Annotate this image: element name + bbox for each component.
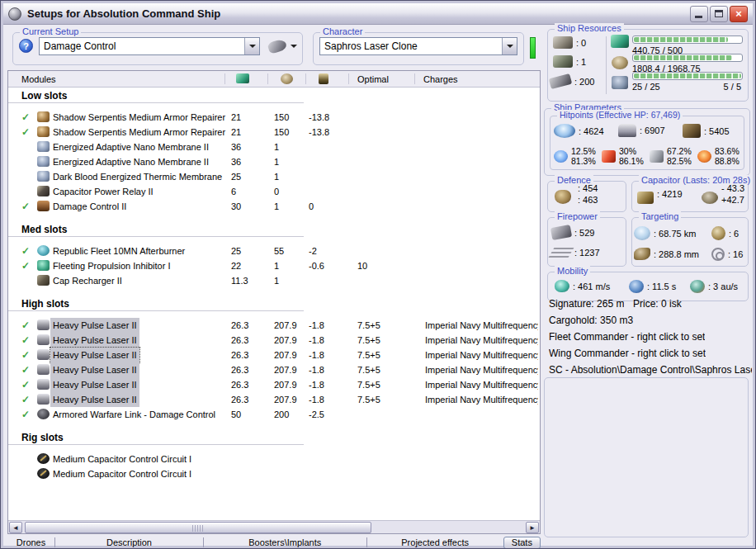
armor-hp-value: : 6907	[640, 125, 665, 135]
character-combobox-dropdown[interactable]	[502, 38, 517, 54]
stasis-web-icon	[37, 260, 50, 271]
module-cpu-value: 11.3	[231, 273, 248, 288]
minimize-button[interactable]	[690, 6, 708, 22]
module-name: Heavy Pulse Laser II	[50, 377, 139, 392]
fleet-commander-text[interactable]: Fleet Commander - right click to set	[549, 331, 705, 343]
maximize-button[interactable]	[710, 6, 728, 22]
structure-icon	[683, 124, 701, 138]
module-optimal-value: 7.5+5	[357, 377, 380, 392]
module-row[interactable]: Energized Adaptive Nano Membrane II361	[8, 140, 540, 154]
module-charge-name: Imperial Navy Multifrequency M	[425, 362, 538, 377]
module-name: Cap Recharger II	[53, 273, 122, 288]
module-row[interactable]: ✓Shadow Serpentis Medium Armor Repairer2…	[8, 125, 540, 140]
ship-menu-button[interactable]	[268, 40, 297, 52]
hitpoints-label: Hitpoints (Effective HP: 67,469)	[557, 110, 683, 120]
module-name: Capacitor Power Relay II	[53, 184, 154, 199]
targeting-range-value: : 68.75 km	[654, 229, 696, 239]
module-cap-value: -1.8	[309, 392, 324, 407]
module-name: Dark Blood Energized Thermic Membrane	[53, 169, 222, 184]
tab-projected-effects[interactable]: Projected effects	[367, 537, 503, 547]
module-powergrid-value: 0	[274, 184, 279, 199]
module-row[interactable]: Cap Recharger II11.31	[8, 273, 540, 288]
module-powergrid-value: 1	[274, 140, 279, 154]
armor-icon	[618, 124, 636, 137]
module-row[interactable]: Capacitor Power Relay II60	[8, 184, 540, 199]
shield-icon	[554, 124, 575, 138]
module-row[interactable]: ✓Fleeting Propulsion Inhibitor I221-0.61…	[8, 258, 540, 273]
stats-tab-button[interactable]: Stats	[503, 537, 541, 549]
module-cpu-value: 25	[231, 244, 241, 258]
module-row[interactable]: Energized Adaptive Nano Membrane II361	[8, 154, 540, 169]
fitted-check-icon: ✓	[21, 258, 30, 273]
close-button[interactable]: ×	[730, 6, 748, 22]
resist-bottom-value: 81.3%	[571, 156, 596, 166]
title-bar[interactable]: Setups for Absolution Command Ship ×	[3, 3, 753, 25]
scrollbar-thumb[interactable]	[25, 522, 371, 533]
character-combobox-value: Saphros Laser Clone	[320, 40, 502, 52]
module-row[interactable]: ✓Damage Control II3010	[8, 199, 540, 214]
scroll-right-button[interactable]: ►	[526, 522, 539, 533]
turret-slots-value: : 0	[576, 38, 586, 48]
module-row[interactable]: ✓Armored Warfare Link - Damage Control50…	[8, 407, 540, 422]
module-row[interactable]: ✓Heavy Pulse Laser II26.3207.9-1.87.5+5I…	[8, 392, 540, 407]
module-row[interactable]: Dark Blood Energized Thermic Membrane251	[8, 169, 540, 184]
capacitor-amount-icon	[637, 192, 654, 204]
pulse-laser-icon	[37, 349, 50, 360]
close-icon: ×	[735, 7, 742, 20]
module-optimal-value: 10	[357, 258, 367, 273]
fitted-check-icon: ✓	[21, 333, 30, 348]
powergrid-icon	[281, 73, 293, 84]
slot-section-title: Low slots	[8, 90, 540, 102]
tab-boosters-implants[interactable]: Boosters\Implants	[204, 537, 366, 547]
setup-combobox-dropdown[interactable]	[244, 38, 259, 54]
module-row[interactable]: Medium Capacitor Control Circuit I	[8, 466, 540, 481]
targeting-group: Targeting : 68.75 km : 6 : 288.8 mm : 16	[631, 217, 749, 267]
signature-text: Signature: 265 m	[549, 298, 624, 310]
module-row[interactable]: ✓Heavy Pulse Laser II26.3207.9-1.87.5+5I…	[8, 377, 540, 392]
module-row[interactable]: ✓Heavy Pulse Laser II26.3207.9-1.87.5+5I…	[8, 318, 540, 333]
structure-hp-value: : 5405	[704, 126, 730, 136]
module-row[interactable]: ✓Shadow Serpentis Medium Armor Repairer2…	[8, 110, 540, 125]
module-row[interactable]: ✓Heavy Pulse Laser II26.3207.9-1.87.5+5I…	[8, 362, 540, 377]
warfare-link-icon	[37, 409, 50, 419]
horizontal-scrollbar[interactable]: ◄ ►	[8, 520, 540, 533]
squad-commander-text[interactable]: SC - Absolution\Damage Control\Saphros L…	[549, 364, 752, 376]
module-charge-name: Imperial Navy Multifrequency M	[425, 318, 538, 333]
dps-value: : 1237	[574, 248, 600, 258]
section-divider	[8, 102, 304, 103]
fitted-check-icon: ✓	[21, 110, 30, 125]
module-cap-value: -2.5	[309, 407, 324, 422]
module-cpu-value: 26.3	[231, 333, 248, 348]
module-optimal-value: 7.5+5	[357, 318, 380, 333]
scan-resolution-value: : 288.8 mm	[654, 249, 699, 259]
fitted-check-icon: ✓	[21, 392, 30, 407]
launcher-slots-value: : 1	[576, 57, 586, 67]
volley-value: : 529	[574, 228, 594, 238]
tab-drones[interactable]: Drones	[7, 537, 54, 547]
module-row[interactable]: ✓Heavy Pulse Laser II26.3207.9-1.87.5+5I…	[8, 348, 540, 362]
scroll-left-button[interactable]: ◄	[9, 522, 22, 533]
defence-value-1: : 454	[578, 183, 598, 193]
help-button[interactable]: ?	[19, 39, 33, 53]
fitted-check-icon: ✓	[21, 244, 30, 258]
module-cpu-value: 22	[231, 258, 241, 273]
dps-icon	[549, 248, 574, 258]
cpu-icon	[236, 73, 249, 83]
module-name: Heavy Pulse Laser II	[50, 392, 139, 407]
tab-description[interactable]: Description	[55, 537, 203, 547]
module-powergrid-value: 207.9	[274, 377, 297, 392]
module-name: Shadow Serpentis Medium Armor Repairer	[53, 125, 225, 140]
fitted-check-icon: ✓	[21, 407, 30, 422]
character-label: Character	[320, 26, 365, 36]
fitted-check-icon: ✓	[21, 125, 30, 140]
calibration-value: : 200	[574, 77, 594, 87]
module-row[interactable]: ✓Heavy Pulse Laser II26.3207.9-1.87.5+5I…	[8, 333, 540, 348]
module-row[interactable]: Medium Capacitor Control Circuit I	[8, 452, 540, 466]
character-combobox[interactable]: Saphros Laser Clone	[319, 37, 517, 55]
module-cap-value: -1.8	[309, 318, 324, 333]
module-name: Energized Adaptive Nano Membrane II	[53, 154, 209, 169]
setup-combobox[interactable]: Damage Control	[39, 37, 260, 55]
wing-commander-text[interactable]: Wing Commander - right click to set	[549, 348, 706, 359]
module-name: Armored Warfare Link - Damage Control	[53, 407, 215, 422]
module-row[interactable]: ✓Republic Fleet 10MN Afterburner2555-2	[8, 244, 540, 258]
